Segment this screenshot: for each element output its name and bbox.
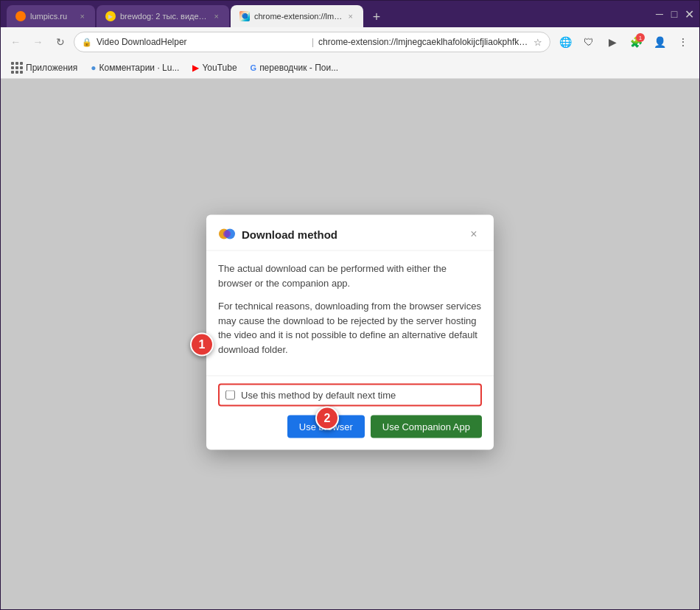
- close-button[interactable]: ✕: [685, 10, 693, 18]
- buttons-row: Use browser Use Companion App: [218, 416, 482, 438]
- vdh-logo-icon: [218, 225, 236, 243]
- forward-button[interactable]: →: [29, 32, 46, 52]
- tab-close-brewdog[interactable]: ×: [213, 10, 220, 22]
- annotation-1: 1: [190, 333, 214, 357]
- back-button[interactable]: ←: [7, 32, 24, 52]
- svg-point-2: [223, 231, 231, 238]
- address-bar[interactable]: 🔒 Video DownloadHelper | chrome-extensio…: [74, 32, 550, 52]
- bookmark-youtube-label: YouTube: [202, 63, 237, 73]
- annotation-2: 2: [315, 407, 339, 430]
- address-separator: |: [312, 37, 314, 47]
- bookmark-apps[interactable]: Приложения: [8, 60, 80, 75]
- dialog-body: The actual download can be performed wit…: [206, 251, 494, 376]
- address-text: chrome-extension://lmjnegcaeklhafolokijc…: [318, 37, 529, 47]
- tab-label-extension: chrome-extension://lmjnegcaeki...: [254, 12, 343, 21]
- bookmark-google-label: переводчик - Пои...: [259, 63, 338, 73]
- dialog-close-button[interactable]: ×: [466, 226, 482, 242]
- tab-label-lumpics: lumpics.ru: [30, 12, 74, 21]
- dialog-paragraph2: For technical reasons, downloading from …: [218, 299, 482, 357]
- tabs-container: lumpics.ru × ▶ brewdog: 2 тыс. видео най…: [7, 1, 655, 27]
- bookmark-comments-icon: ●: [91, 63, 96, 73]
- title-bar: lumpics.ru × ▶ brewdog: 2 тыс. видео най…: [1, 1, 699, 27]
- new-tab-button[interactable]: +: [366, 7, 387, 27]
- bookmark-youtube[interactable]: ▶ YouTube: [189, 61, 239, 74]
- dialog-title-area: Download method: [218, 225, 337, 243]
- tab-favicon-extension: 🔵: [239, 11, 250, 21]
- download-method-dialog: Download method × The actual download ca…: [206, 215, 494, 450]
- address-icons: ☆: [533, 37, 542, 48]
- bookmark-comments-label: Комментарии · Lu...: [99, 63, 179, 73]
- tab-extension[interactable]: 🔵 chrome-extension://lmjnegcaeki... ×: [231, 5, 363, 27]
- refresh-button[interactable]: ↻: [52, 32, 69, 52]
- bookmark-google[interactable]: G переводчик - Пои...: [248, 61, 342, 74]
- navigation-bar: ← → ↻ 🔒 Video DownloadHelper | chrome-ex…: [1, 27, 699, 57]
- bookmark-google-icon: G: [251, 63, 257, 72]
- tab-close-lumpics[interactable]: ×: [79, 10, 86, 22]
- dialog-header: Download method ×: [206, 215, 494, 251]
- tab-favicon-lumpics: [15, 11, 26, 21]
- plugin-label: Video DownloadHelper: [97, 37, 307, 47]
- bookmark-comments[interactable]: ● Комментарии · Lu...: [88, 61, 182, 74]
- bookmarks-bar: Приложения ● Комментарии · Lu... ▶ YouTu…: [1, 57, 699, 79]
- tab-label-brewdog: brewdog: 2 тыс. видео найдено...: [120, 12, 209, 21]
- shield-icon-btn[interactable]: 🛡: [578, 32, 599, 52]
- browser-window: lumpics.ru × ▶ brewdog: 2 тыс. видео най…: [0, 0, 700, 610]
- dialog-title: Download method: [242, 228, 337, 240]
- checkbox-row: Use this method by default next time: [218, 384, 482, 407]
- tab-lumpics[interactable]: lumpics.ru ×: [7, 5, 95, 27]
- page-content: Download method × The actual download ca…: [1, 79, 699, 609]
- tab-brewdog[interactable]: ▶ brewdog: 2 тыс. видео найдено... ×: [97, 5, 229, 27]
- tab-close-extension[interactable]: ×: [347, 10, 354, 22]
- use-companion-button[interactable]: Use Companion App: [371, 416, 482, 438]
- tab-favicon-brewdog: ▶: [105, 11, 116, 21]
- game-icon-btn[interactable]: ▶: [602, 32, 623, 52]
- dialog-paragraph1: The actual download can be performed wit…: [218, 262, 482, 290]
- extension-icon-btn[interactable]: 🧩 1: [626, 32, 646, 52]
- bookmark-apps-label: Приложения: [26, 63, 77, 73]
- bookmark-star-icon[interactable]: ☆: [533, 37, 542, 48]
- nav-right-icons: 🌐 🛡 ▶ 🧩 1 👤 ⋮: [555, 32, 693, 52]
- profile-icon-btn[interactable]: 👤: [649, 32, 670, 52]
- extension-badge: 1: [636, 33, 645, 42]
- checkbox-label[interactable]: Use this method by default next time: [241, 390, 396, 401]
- dialog-overlay: Download method × The actual download ca…: [206, 215, 494, 450]
- window-controls: ─ □ ✕: [655, 10, 693, 18]
- globe-icon-btn[interactable]: 🌐: [555, 32, 575, 52]
- apps-grid-icon: [11, 62, 23, 74]
- dialog-footer: Use this method by default next time Use…: [206, 376, 494, 450]
- default-method-checkbox[interactable]: [225, 390, 235, 400]
- menu-icon-btn[interactable]: ⋮: [673, 32, 693, 52]
- security-icon: 🔒: [82, 38, 92, 47]
- minimize-button[interactable]: ─: [655, 10, 664, 18]
- bookmark-youtube-icon: ▶: [192, 63, 199, 73]
- restore-button[interactable]: □: [670, 10, 679, 18]
